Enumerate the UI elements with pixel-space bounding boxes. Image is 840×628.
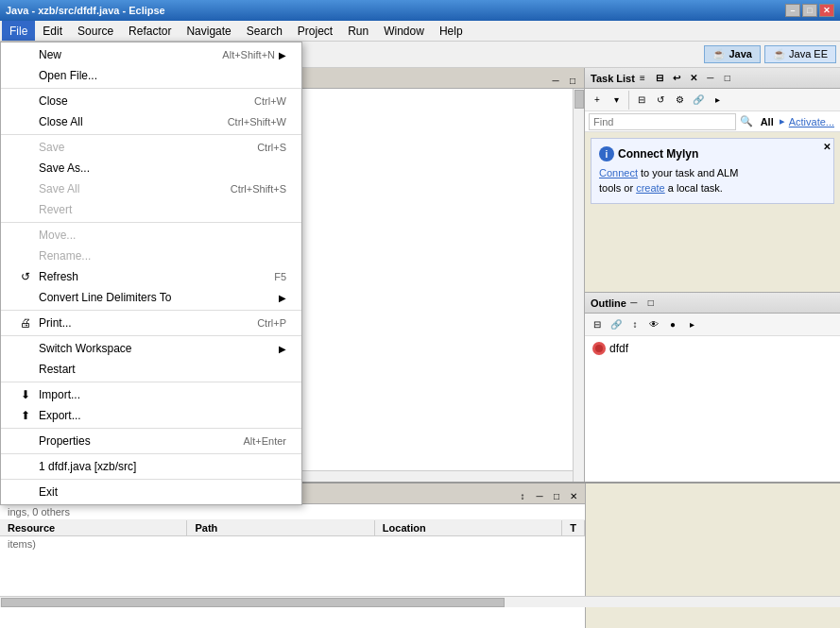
menu-item-new-label: New	[39, 48, 61, 61]
menu-file[interactable]: File	[2, 21, 35, 41]
menu-item-save-as-label: Save As...	[39, 161, 90, 175]
task-list-maximize[interactable]: □	[720, 71, 735, 86]
minimize-button[interactable]: –	[785, 4, 800, 17]
menu-item-recent-1[interactable]: 1 dfdf.java [xzb/src]	[1, 456, 301, 477]
task-settings-btn[interactable]: ⚙	[671, 92, 688, 109]
close-button[interactable]: ✕	[819, 4, 834, 17]
outline-maximize[interactable]: □	[643, 296, 659, 311]
sep-5	[1, 335, 301, 336]
mylyn-create-link[interactable]: create	[636, 182, 665, 194]
outline-dot-btn[interactable]: ●	[664, 316, 681, 333]
outline-item-dfdf[interactable]: dfdf	[589, 340, 836, 357]
menu-item-open-file[interactable]: Open File...	[1, 65, 301, 86]
menu-window[interactable]: Window	[376, 21, 432, 41]
editor-maximize-btn[interactable]: □	[565, 73, 580, 88]
menu-item-restart[interactable]: Restart	[1, 359, 301, 380]
window-controls: – □ ✕	[785, 4, 834, 17]
task-link-btn[interactable]: 🔗	[690, 92, 707, 109]
task-all-label: All	[757, 116, 778, 127]
perspective-javaee-btn[interactable]: ☕ Java EE	[764, 45, 836, 63]
convert-arrow-icon: ▶	[279, 293, 286, 303]
task-filter-btn[interactable]: ▾	[608, 92, 625, 109]
bottom-panel-close[interactable]: ✕	[566, 488, 581, 503]
task-new-btn[interactable]: +	[589, 92, 606, 109]
close-icon	[16, 93, 35, 109]
window-title: Java - xzb/src/dfdf.java - Eclipse	[6, 5, 165, 16]
maximize-button[interactable]: □	[802, 4, 817, 17]
menu-item-open-label: Open File...	[39, 69, 97, 82]
editor-minimize-btn[interactable]: ─	[548, 73, 563, 88]
menu-item-save-as[interactable]: Save As...	[1, 158, 301, 178]
bottom-scrollbar-h[interactable]	[0, 596, 585, 607]
task-list-icon-2[interactable]: ⊟	[652, 71, 667, 86]
outline-collapse-btn[interactable]: ⊟	[589, 316, 606, 333]
sep-6	[1, 382, 301, 382]
menu-item-close[interactable]: Close Ctrl+W	[1, 91, 301, 111]
outline-more-btn[interactable]: ▸	[683, 316, 700, 333]
task-list-header-icons: ≡ ⊟ ↩ ✕ ─ □	[635, 71, 735, 86]
menu-source[interactable]: Source	[70, 21, 121, 41]
move-icon	[16, 228, 35, 243]
menu-item-new[interactable]: New Alt+Shift+N ▶	[1, 44, 301, 65]
menu-run[interactable]: Run	[340, 21, 376, 41]
bottom-panel-minimize[interactable]: ─	[532, 488, 547, 503]
task-search-bar: 🔍 All ▸ Activate...	[585, 111, 840, 132]
menu-item-close-all-shortcut: Ctrl+Shift+W	[228, 116, 286, 127]
mylyn-info-icon: i	[599, 146, 614, 161]
col-type: T	[562, 520, 585, 535]
menu-item-save-label: Save	[39, 141, 64, 154]
export-icon: ⬆	[16, 408, 35, 423]
menu-item-refresh[interactable]: ↺ Refresh F5	[1, 266, 301, 287]
bottom-panel-icon-1[interactable]: ↕	[515, 488, 530, 503]
task-list-icon-3[interactable]: ↩	[669, 71, 684, 86]
task-list-icon-1[interactable]: ≡	[635, 71, 650, 86]
menu-item-switch-workspace[interactable]: Switch Workspace ▶	[1, 338, 301, 359]
bottom-status: ings, 0 others	[0, 504, 585, 520]
menu-item-close-all[interactable]: Close All Ctrl+Shift+W	[1, 111, 301, 132]
save-all-icon	[16, 181, 35, 196]
outline-sort-btn[interactable]: ↕	[626, 316, 643, 333]
menu-item-convert-line[interactable]: Convert Line Delimiters To ▶	[1, 287, 301, 308]
outline-link-btn[interactable]: 🔗	[608, 316, 625, 333]
open-icon	[16, 68, 35, 83]
menu-edit[interactable]: Edit	[35, 21, 70, 41]
menu-item-print[interactable]: 🖨 Print... Ctrl+P	[1, 313, 301, 333]
mylyn-close-btn[interactable]: ✕	[823, 142, 831, 152]
switch-workspace-icon	[16, 341, 35, 356]
editor-scrollbar-v[interactable]	[573, 89, 584, 482]
menu-item-move-label: Move...	[39, 229, 76, 242]
menu-item-convert-label: Convert Line Delimiters To	[39, 291, 172, 304]
col-location: Location	[375, 520, 562, 535]
task-search-input[interactable]	[589, 113, 736, 130]
perspective-java-btn[interactable]: ☕ Java	[704, 45, 761, 63]
sep-3	[1, 222, 301, 223]
menu-refactor[interactable]: Refactor	[121, 21, 179, 41]
menu-item-refresh-shortcut: F5	[274, 271, 286, 282]
convert-icon	[16, 290, 35, 305]
menu-item-export[interactable]: ⬆ Export...	[1, 405, 301, 426]
task-sync-btn[interactable]: ↺	[652, 92, 669, 109]
sep-1	[1, 88, 301, 89]
outline-hide-btn[interactable]: 👁	[645, 316, 662, 333]
outline-minimize[interactable]: ─	[626, 296, 642, 311]
menu-help[interactable]: Help	[432, 21, 471, 41]
menu-project[interactable]: Project	[290, 21, 340, 41]
menu-item-move: Move...	[1, 225, 301, 246]
bottom-items-text: items)	[0, 536, 585, 552]
task-collapse-btn[interactable]: ⊟	[633, 92, 650, 109]
outline-header: Outline ─ □	[585, 293, 840, 314]
mylyn-connect-link[interactable]: Connect	[599, 167, 638, 178]
task-more-btn[interactable]: ▸	[709, 92, 726, 109]
revert-icon	[16, 202, 35, 217]
menu-item-import[interactable]: ⬇ Import...	[1, 384, 301, 405]
task-list-minimize[interactable]: ─	[703, 71, 718, 86]
menu-search[interactable]: Search	[239, 21, 290, 41]
menu-navigate[interactable]: Navigate	[179, 21, 238, 41]
task-activate-btn[interactable]: Activate...	[787, 116, 836, 127]
task-list-icon-4[interactable]: ✕	[686, 71, 701, 86]
menu-item-properties[interactable]: Properties Alt+Enter	[1, 431, 301, 451]
bottom-panel-maximize[interactable]: □	[549, 488, 564, 503]
menu-item-exit[interactable]: Exit	[1, 482, 301, 502]
sep-7	[1, 428, 301, 429]
bottom-items-label: items)	[8, 538, 36, 550]
